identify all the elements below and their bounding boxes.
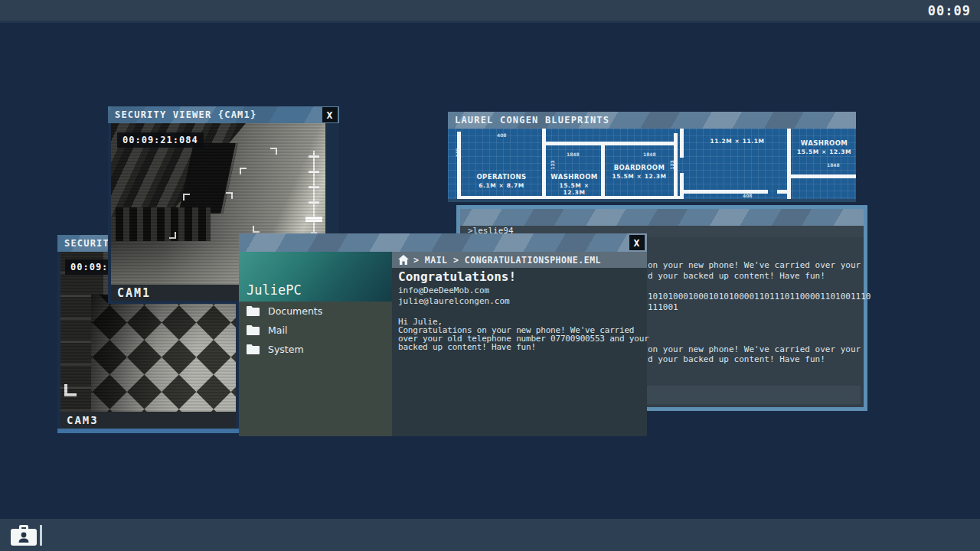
blueprint-wall — [791, 174, 856, 178]
room-boardroom: BOARDROOM 15.5M × 12.3M — [606, 164, 673, 180]
computer-header: JuliePC — [239, 252, 392, 302]
desktop: >leslie94 on your new phone! We've carri… — [0, 0, 980, 551]
computer-name: JuliePC — [247, 282, 302, 298]
folder-icon — [247, 306, 260, 316]
mail-from: info@DeeDeeMob.com — [398, 285, 489, 295]
blueprint-dimension: 123 — [669, 160, 675, 170]
blueprints-titlebar[interactable]: LAUREL CONGEN BLUEPRINTS — [448, 112, 856, 129]
cam1-titlebar[interactable]: SECURITY VIEWER {CAM1} X — [108, 106, 339, 123]
home-icon — [398, 255, 409, 265]
blueprint-dimension: 1848 — [827, 162, 840, 168]
blueprints-title: LAUREL CONGEN BLUEPRINTS — [455, 115, 609, 126]
slider-tick — [309, 155, 319, 158]
folder-label: System — [268, 344, 304, 355]
slider-tick — [309, 201, 319, 204]
folder-item-system[interactable]: System — [239, 340, 392, 359]
corner-bracket-icon — [253, 226, 260, 233]
corner-bracket-icon — [183, 194, 190, 201]
folder-label: Mail — [268, 324, 287, 336]
blueprint-wall — [680, 129, 684, 158]
blueprint-wall — [601, 142, 605, 199]
blueprint-dimension: 449 — [455, 148, 460, 158]
close-icon[interactable]: X — [629, 235, 645, 250]
terminal-output: on your new phone! We've carried over yo… — [648, 260, 871, 365]
floor-shadow — [91, 295, 236, 412]
cam-zoom-slider[interactable] — [305, 151, 323, 238]
corner-bracket-icon — [270, 148, 277, 155]
folder-icon — [247, 344, 260, 354]
folder-list: Documents Mail System — [239, 302, 392, 359]
mail-subject: Congratulations! — [398, 269, 516, 284]
cam1-title: SECURITY VIEWER {CAM1} — [115, 109, 256, 120]
blueprint-wall — [542, 129, 546, 199]
slider-tick — [309, 186, 319, 188]
taskbar — [0, 519, 980, 551]
blueprint-dimension: 408 — [497, 132, 507, 138]
blueprint-wall — [777, 190, 787, 194]
corner-bracket-icon — [64, 384, 77, 396]
corner-bracket-icon — [226, 192, 233, 199]
blueprint-dimension: 1848 — [567, 152, 580, 157]
file-browser-window: X JuliePC Documents Mail System — [239, 233, 647, 436]
room-washroom-1: WASHROOM 15.5M × 12.3M — [548, 173, 600, 196]
room-operations: OPERATIONS 6.1M × 8.7M — [463, 173, 540, 189]
blueprint-wall — [457, 196, 684, 200]
cam1-timestamp: 00:09:21:084 — [117, 132, 204, 148]
blueprint-wall — [787, 129, 791, 202]
mail-to: julie@laurelcongen.com — [398, 296, 510, 306]
breadcrumb[interactable]: > MAIL > CONGRATULATIONSPHONE.EML — [392, 252, 647, 268]
room-unlabeled: 11.2M × 11.1M — [701, 136, 774, 145]
corner-bracket-icon — [240, 168, 247, 174]
file-sidebar: JuliePC Documents Mail System — [239, 252, 392, 436]
corner-bracket-icon — [169, 232, 176, 239]
close-icon[interactable]: X — [322, 107, 338, 122]
folder-item-documents[interactable]: Documents — [239, 302, 392, 321]
blueprint-wall — [546, 142, 678, 145]
blueprint-wall — [684, 190, 768, 194]
folder-icon — [247, 325, 260, 335]
blueprint-dimension: 408 — [743, 193, 753, 198]
file-window-titlebar[interactable]: X — [239, 233, 647, 252]
mission-timer: 00:09 — [928, 3, 971, 18]
taskbar-cursor — [40, 525, 42, 546]
blueprint-dimension: 1848 — [643, 152, 656, 157]
top-status-bar: 00:09 — [0, 0, 980, 23]
cam3-window-footer — [57, 429, 239, 433]
cam1-scene-rack — [116, 207, 211, 241]
folder-label: Documents — [268, 305, 322, 317]
blueprint-wall — [457, 132, 461, 199]
blueprint-wall — [680, 173, 684, 199]
cam3-scene-floor — [91, 295, 236, 412]
folder-item-mail[interactable]: Mail — [239, 321, 392, 340]
blueprint-canvas: OPERATIONS 6.1M × 8.7M WASHROOM 15.5M × … — [448, 129, 856, 202]
slider-tick — [309, 171, 319, 173]
id-badge-icon[interactable] — [10, 523, 38, 546]
cam3-label: CAM3 — [60, 412, 236, 429]
blueprints-window: LAUREL CONGEN BLUEPRINTS OPERATIONS 6.1M… — [448, 112, 856, 205]
breadcrumb-path: > MAIL > CONGRATULATIONSPHONE.EML — [413, 255, 601, 266]
blueprint-dimension: 123 — [550, 160, 555, 170]
mail-viewer: > MAIL > CONGRATULATIONSPHONE.EML Congra… — [392, 252, 647, 436]
room-washroom-2: WASHROOM 15.5M × 12.3M — [792, 139, 856, 155]
mail-body: Hi Julie, Congratulations on your new ph… — [398, 318, 649, 351]
slider-handle[interactable] — [305, 217, 322, 222]
terminal-titlebar[interactable] — [460, 209, 864, 226]
